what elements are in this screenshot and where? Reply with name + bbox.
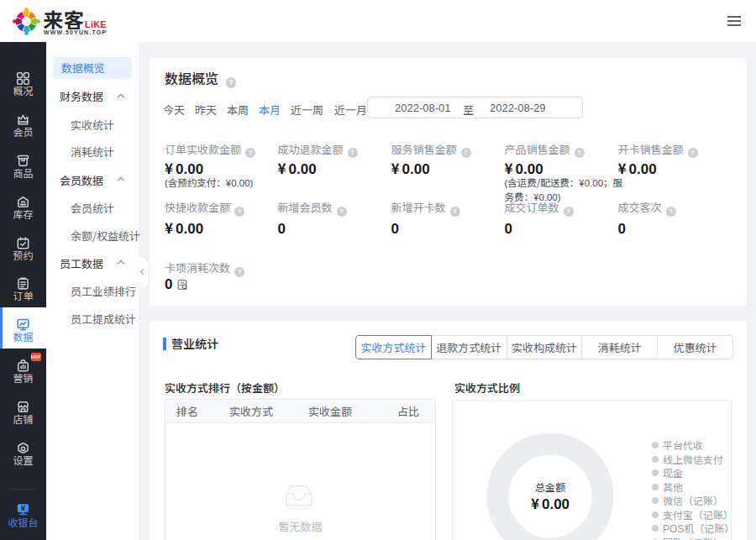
svg-text:¥: ¥ [21, 504, 25, 512]
